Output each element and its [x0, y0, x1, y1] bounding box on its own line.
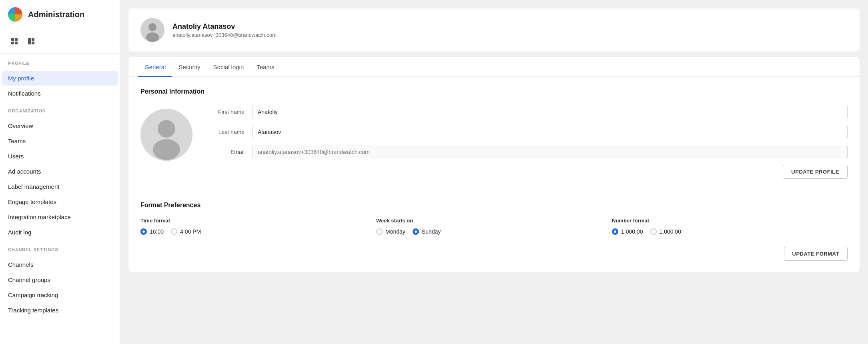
app-logo [8, 7, 22, 22]
svg-rect-5 [32, 38, 34, 41]
tab-social-login[interactable]: Social login [207, 57, 251, 77]
section-label-organization: ORGANIZATION [8, 108, 112, 113]
sidebar-section-profile: PROFILE My profile Notifications [0, 54, 120, 101]
sidebar-header: Administration [0, 0, 120, 29]
format-grid: Time format 16:00 4:00 PM Week [140, 218, 848, 235]
grid-icon[interactable] [8, 35, 21, 48]
first-name-label: First name [208, 109, 245, 115]
email-input[interactable] [253, 145, 848, 159]
svg-rect-2 [11, 42, 14, 44]
last-name-label: Last name [208, 129, 245, 135]
radio-24h[interactable] [140, 228, 147, 235]
profile-name: Anatoliy Atanasov [172, 22, 277, 31]
week-starts-group: Week starts on Monday Sunday [376, 218, 612, 235]
sidebar-item-tracking-templates[interactable]: Tracking templates [2, 303, 118, 318]
email-label: Email [208, 149, 245, 155]
profile-header-card: Anatoliy Atanasov anatoliy.atanasov+3036… [128, 8, 860, 52]
tab-teams[interactable]: Teams [250, 57, 281, 77]
svg-rect-0 [11, 38, 14, 41]
sidebar-item-overview[interactable]: Overview [2, 118, 118, 133]
svg-rect-1 [15, 38, 18, 41]
sidebar-item-label-management[interactable]: Label management [2, 179, 118, 194]
layout-icon[interactable] [25, 35, 38, 48]
personal-info-title: Personal Information [140, 88, 848, 95]
first-name-input[interactable] [253, 105, 848, 119]
radio-12h[interactable] [171, 228, 177, 235]
week-starts-monday[interactable]: Monday [376, 228, 405, 235]
sidebar-icon-row [0, 29, 120, 54]
last-name-input[interactable] [253, 125, 848, 139]
sidebar-item-channel-groups[interactable]: Channel groups [2, 272, 118, 287]
number-format-group: Number format 1.000,00 1,000.00 [612, 218, 848, 235]
radio-monday[interactable] [376, 228, 383, 235]
section-label-channel-settings: CHANNEL SETTINGS [8, 247, 112, 252]
week-starts-sunday[interactable]: Sunday [413, 228, 441, 235]
sidebar-item-notifications[interactable]: Notifications [2, 86, 118, 101]
sidebar-item-audit-log[interactable]: Audit log [2, 225, 118, 240]
personal-info-layout: First name Last name Email UPDATE PROFIL… [140, 105, 848, 179]
radio-us-number[interactable] [650, 228, 657, 235]
format-preferences-title: Format Preferences [140, 202, 848, 209]
update-format-button[interactable]: UPDATE FORMAT [784, 247, 848, 261]
sidebar-item-integration-marketplace[interactable]: Integration marketplace [2, 210, 118, 224]
svg-point-11 [158, 120, 175, 138]
svg-rect-3 [15, 42, 18, 44]
svg-point-8 [148, 23, 156, 31]
time-format-label: Time format [140, 218, 368, 224]
last-name-row: Last name [208, 125, 848, 139]
sidebar-item-campaign-tracking[interactable]: Campaign tracking [2, 288, 118, 302]
sidebar-item-engage-templates[interactable]: Engage templates [2, 194, 118, 209]
radio-sunday[interactable] [413, 228, 419, 235]
profile-info: Anatoliy Atanasov anatoliy.atanasov+3036… [172, 22, 277, 38]
radio-eu-number[interactable] [612, 228, 618, 235]
sidebar-item-channels[interactable]: Channels [2, 257, 118, 272]
sidebar-item-my-profile[interactable]: My profile [2, 71, 118, 86]
section-label-profile: PROFILE [8, 61, 112, 66]
sidebar-title: Administration [28, 10, 84, 19]
week-starts-options: Monday Sunday [376, 228, 604, 235]
avatar-large [140, 109, 192, 161]
sidebar-section-organization: ORGANIZATION Overview Teams Users Ad acc… [0, 101, 120, 240]
number-format-label: Number format [612, 218, 840, 224]
sidebar-item-users[interactable]: Users [2, 149, 118, 164]
sidebar-item-ad-accounts[interactable]: Ad accounts [2, 164, 118, 179]
svg-rect-6 [32, 42, 34, 44]
profile-email: anatoliy.atanasov+303640@brandwatch.com [172, 32, 277, 38]
tab-content-general: Personal Information First name Las [128, 77, 860, 272]
sidebar: Administration PROFILE My profile [0, 0, 120, 344]
sidebar-item-teams[interactable]: Teams [2, 134, 118, 148]
update-profile-button[interactable]: UPDATE PROFILE [783, 165, 848, 179]
svg-point-12 [153, 139, 180, 160]
avatar [140, 18, 164, 42]
main-content: Anatoliy Atanasov anatoliy.atanasov+3036… [120, 0, 868, 344]
tabs-card: General Security Social login Teams Pers… [128, 57, 860, 272]
tabs-bar: General Security Social login Teams [128, 57, 860, 77]
form-fields: First name Last name Email UPDATE PROFIL… [208, 105, 848, 179]
time-format-24h[interactable]: 16:00 [140, 228, 164, 235]
svg-point-9 [146, 32, 159, 42]
svg-rect-4 [28, 38, 31, 44]
email-row: Email [208, 145, 848, 159]
time-format-12h[interactable]: 4:00 PM [171, 228, 201, 235]
time-format-options: 16:00 4:00 PM [140, 228, 368, 235]
number-format-us[interactable]: 1,000.00 [650, 228, 682, 235]
number-format-eu[interactable]: 1.000,00 [612, 228, 643, 235]
tab-general[interactable]: General [138, 57, 172, 77]
section-divider [140, 190, 848, 190]
number-format-options: 1.000,00 1,000.00 [612, 228, 840, 235]
sidebar-section-channel-settings: CHANNEL SETTINGS Channels Channel groups… [0, 240, 120, 318]
tab-security[interactable]: Security [172, 57, 206, 77]
first-name-row: First name [208, 105, 848, 119]
week-starts-label: Week starts on [376, 218, 604, 224]
time-format-group: Time format 16:00 4:00 PM [140, 218, 376, 235]
